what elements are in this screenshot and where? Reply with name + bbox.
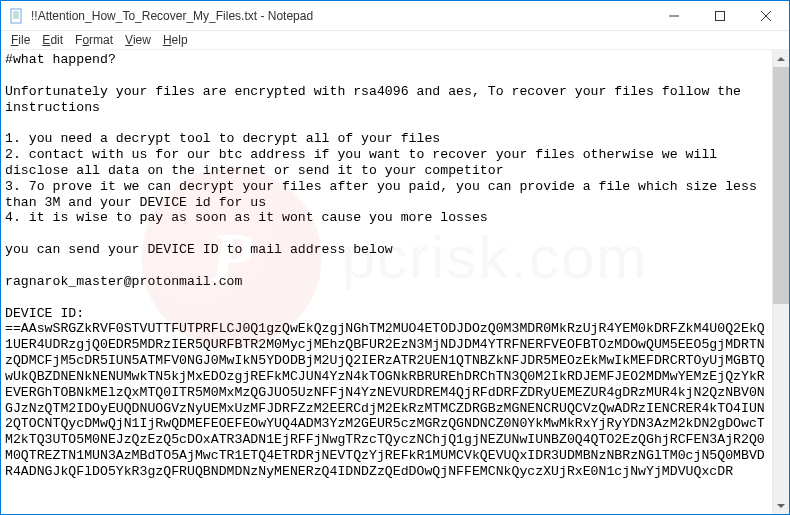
window-controls (651, 1, 789, 30)
text-content[interactable]: #what happend? Unfortunately your files … (1, 50, 772, 514)
maximize-button[interactable] (697, 1, 743, 31)
notepad-icon (9, 8, 25, 24)
menu-help[interactable]: Help (157, 32, 194, 48)
minimize-button[interactable] (651, 1, 697, 31)
scroll-track[interactable] (773, 67, 789, 497)
menu-file[interactable]: File (5, 32, 36, 48)
menu-view[interactable]: View (119, 32, 157, 48)
scroll-up-button[interactable] (773, 50, 789, 67)
menubar: File Edit Format View Help (1, 31, 789, 50)
vertical-scrollbar[interactable] (772, 50, 789, 514)
svg-marker-10 (777, 504, 785, 508)
close-button[interactable] (743, 1, 789, 31)
svg-rect-6 (716, 12, 725, 21)
window-title: !!Attention_How_To_Recover_My_Files.txt … (31, 9, 651, 23)
svg-marker-9 (777, 57, 785, 61)
scroll-down-button[interactable] (773, 497, 789, 514)
titlebar: !!Attention_How_To_Recover_My_Files.txt … (1, 1, 789, 31)
menu-format[interactable]: Format (69, 32, 119, 48)
content-area: #what happend? Unfortunately your files … (1, 50, 789, 514)
scroll-thumb[interactable] (773, 67, 789, 304)
menu-edit[interactable]: Edit (36, 32, 69, 48)
